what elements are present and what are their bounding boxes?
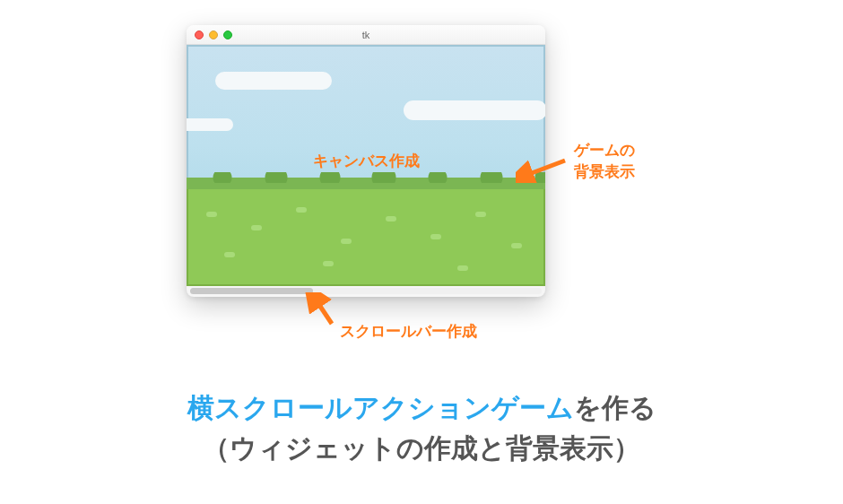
page-subtitle: （ウィジェットの作成と背景表示） [0,430,843,467]
app-window: tk キャンバス作成 [187,25,545,297]
svg-line-0 [525,161,565,176]
cloud-shape [404,100,545,120]
window-titlebar: tk [187,25,545,45]
canvas-label: キャンバス作成 [313,151,420,171]
title-rest: を作る [574,393,656,422]
page-title: 横スクロールアクションゲームを作る [0,390,843,427]
annotation-background: ゲームの 背景表示 [574,140,635,183]
title-highlight: 横スクロールアクションゲーム [187,393,574,422]
horizontal-scrollbar[interactable] [190,288,542,294]
scrollbar-thumb[interactable] [190,288,313,294]
cloud-shape [187,118,233,131]
arrow-icon [516,156,569,183]
window-title: tk [187,30,545,40]
arrow-icon [305,292,341,326]
svg-line-1 [316,300,332,324]
annotation-scrollbar: スクロールバー作成 [340,321,477,343]
cloud-shape [215,72,332,90]
grass-background [187,189,545,286]
